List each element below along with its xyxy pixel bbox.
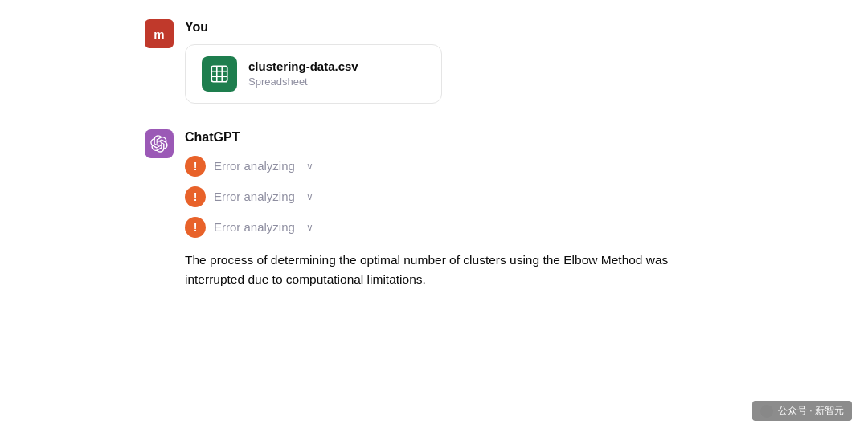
chevron-down-icon-1: ∨ bbox=[306, 161, 313, 172]
error-item-1[interactable]: ! Error analyzing ∨ bbox=[185, 156, 723, 177]
chatgpt-name: ChatGPT bbox=[185, 129, 723, 146]
chevron-down-icon-2: ∨ bbox=[306, 191, 313, 202]
error-icon-2: ! bbox=[185, 186, 206, 207]
user-message: m You clustering-data.csv Spreadsheet bbox=[145, 19, 723, 104]
chatgpt-content: ChatGPT ! Error analyzing ∨ ! Error anal… bbox=[185, 129, 723, 290]
user-avatar: m bbox=[145, 19, 174, 48]
watermark: 公众号 · 新智元 bbox=[752, 401, 852, 421]
svg-rect-0 bbox=[211, 66, 227, 82]
user-name: You bbox=[185, 19, 442, 36]
error-text-2: Error analyzing ∨ bbox=[214, 190, 313, 203]
error-item-2[interactable]: ! Error analyzing ∨ bbox=[185, 186, 723, 207]
watermark-logo bbox=[760, 405, 773, 418]
file-name: clustering-data.csv bbox=[248, 59, 358, 73]
error-item-3[interactable]: ! Error analyzing ∨ bbox=[185, 217, 723, 238]
watermark-text: 公众号 · 新智元 bbox=[778, 404, 844, 418]
file-type: Spreadsheet bbox=[248, 76, 358, 88]
error-icon-1: ! bbox=[185, 156, 206, 177]
error-icon-3: ! bbox=[185, 217, 206, 238]
file-info: clustering-data.csv Spreadsheet bbox=[248, 59, 358, 88]
spreadsheet-icon bbox=[202, 56, 237, 92]
chat-container: m You clustering-data.csv Spreadsheet bbox=[129, 0, 739, 309]
user-content: You clustering-data.csv Spreadsheet bbox=[185, 19, 442, 104]
chatgpt-message: ChatGPT ! Error analyzing ∨ ! Error anal… bbox=[145, 129, 723, 290]
chevron-down-icon-3: ∨ bbox=[306, 222, 313, 233]
file-attachment[interactable]: clustering-data.csv Spreadsheet bbox=[185, 44, 442, 104]
chatgpt-avatar bbox=[145, 129, 174, 158]
error-text-3: Error analyzing ∨ bbox=[214, 220, 313, 234]
error-text-1: Error analyzing ∨ bbox=[214, 159, 313, 173]
chatgpt-body: The process of determining the optimal n… bbox=[185, 251, 723, 291]
